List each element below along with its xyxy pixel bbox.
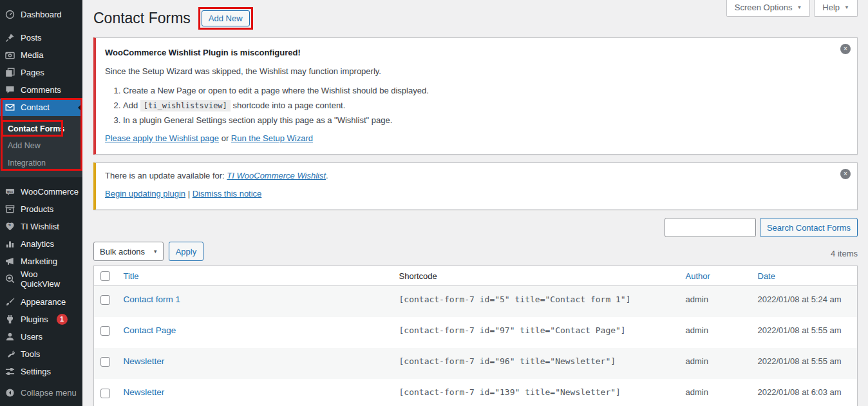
sidebar-item-label: Pages [21,68,44,77]
submenu-item-add-new[interactable]: Add New [0,137,82,154]
submenu-item-integration[interactable]: Integration [0,155,82,171]
row-author: admin [679,348,751,379]
sidebar-item-products[interactable]: Products [0,200,82,218]
sidebar-item-label: Woo QuickView [21,269,77,289]
search-input[interactable] [665,218,756,237]
sidebar-item-contact[interactable]: Contact [0,99,82,116]
table-row: Contact form 1 [contact-form-7 id="5" ti… [94,286,858,318]
woocommerce-icon: Woo [5,187,15,197]
main-content: Screen Options ▼ Help ▼ Contact Forms Ad… [82,0,868,406]
sidebar-item-label: Tools [21,349,40,359]
sidebar-item-label: Plugins [21,314,48,324]
contact-forms-table: Title Shortcode Author Date Contact form… [93,266,858,406]
plug-icon [5,314,15,324]
row-shortcode: [contact-form-7 id="97" title="Contact P… [393,317,679,348]
row-checkbox[interactable] [100,389,110,398]
notice-step: Add [ti_wishlistsview] shortcode into a … [123,101,829,110]
row-author: admin [679,286,751,318]
select-all-checkbox[interactable] [100,271,110,281]
sidebar-item-woocommerce[interactable]: Woo WooCommerce [0,183,82,200]
row-date: 2022/01/08 at 5:55 am [751,348,858,379]
sidebar-item-posts[interactable]: Posts [0,29,82,46]
collapse-arrow-icon [5,388,15,398]
column-header-title[interactable]: Title [117,266,393,286]
heart-icon: TI [5,222,15,231]
plugin-update-notice: There is an update available for: TI Woo… [93,162,858,211]
envelope-icon [5,102,15,112]
svg-text:TI: TI [8,224,11,227]
chevron-down-icon: ▼ [797,5,802,10]
sidebar-item-label: TI Wishlist [21,222,59,231]
sidebar-item-ti-wishlist[interactable]: TI TI Wishlist [0,218,82,235]
bulk-actions-select[interactable]: Bulk actions ▾ [93,242,164,261]
ti-woocommerce-wishlist-link[interactable]: TI WooCommerce Wishlist [227,171,326,180]
screen-options-label: Screen Options [735,3,793,12]
sliders-icon [5,367,15,376]
apply-button[interactable]: Apply [169,242,204,261]
sidebar-item-pages[interactable]: Pages [0,64,82,81]
step-text: Add [123,101,138,110]
begin-updating-plugin-link[interactable]: Begin updating plugin [105,189,185,198]
row-author: admin [679,379,751,406]
archive-box-icon [5,204,15,214]
collapse-menu-button[interactable]: Collapse menu [0,384,82,401]
column-header-author[interactable]: Author [679,266,751,286]
sidebar-item-analytics[interactable]: Analytics [0,235,82,253]
pages-icon [5,68,15,77]
dismiss-notice-icon[interactable]: × [840,169,851,179]
dismiss-this-notice-link[interactable]: Dismiss this notice [193,189,262,198]
search-contact-forms-button[interactable]: Search Contact Forms [760,218,858,237]
sidebar-item-users[interactable]: Users [0,328,82,345]
row-title-link[interactable]: Contact Page [124,325,176,335]
sidebar-item-appearance[interactable]: Appearance [0,293,82,311]
wishlist-misconfigured-notice: WooCommerce Wishlist Plugin is misconfig… [93,37,858,155]
paintbrush-icon [5,297,15,307]
row-checkbox[interactable] [100,357,110,367]
chevron-down-icon: ▾ [154,248,157,255]
help-button[interactable]: Help ▼ [814,0,858,17]
sidebar-item-label: Appearance [21,297,66,307]
sidebar-item-plugins[interactable]: Plugins 1 [0,311,82,328]
column-header-date[interactable]: Date [751,266,858,286]
sidebar-item-label: WooCommerce [21,187,79,197]
notice-step: In a plugin General Settings section app… [123,115,829,125]
run-setup-wizard-link[interactable]: Run the Setup Wizard [231,133,313,143]
help-label: Help [822,3,840,12]
sidebar-item-settings[interactable]: Settings [0,363,82,380]
apply-wishlist-page-link[interactable]: Please apply the Wishlist page [105,133,219,143]
screen-options-button[interactable]: Screen Options ▼ [726,0,811,17]
row-checkbox[interactable] [100,326,110,336]
row-checkbox[interactable] [100,295,110,305]
sidebar-item-label: Dashboard [21,10,62,19]
tablenav-top: Bulk actions ▾ Apply 4 items [93,242,858,261]
comment-bubble-icon [5,85,15,95]
bulk-actions-label: Bulk actions [100,247,145,256]
row-title-link[interactable]: Newsletter [124,387,165,397]
row-title-link[interactable]: Contact form 1 [124,295,181,304]
notice-steps: Create a New Page or open to edit a page… [110,86,829,125]
sidebar-item-woo-quickview[interactable]: Woo QuickView [0,270,82,287]
submenu-item-contact-forms[interactable]: Contact Forms [0,121,82,137]
sidebar-item-label: Posts [21,33,42,43]
row-title-link[interactable]: Newsletter [124,356,165,366]
sidebar-item-media[interactable]: Media [0,46,82,64]
table-row: Newsletter [contact-form-7 id="139" titl… [94,379,858,406]
megaphone-icon [5,256,15,266]
row-shortcode: [contact-form-7 id="5" title="Contact fo… [393,286,679,318]
dashboard-icon [5,10,15,19]
row-author: admin [679,317,751,348]
row-shortcode: [contact-form-7 id="139" title="Newslett… [393,379,679,406]
search-box-row: Search Contact Forms [93,218,858,237]
dismiss-notice-icon[interactable]: × [840,44,851,54]
sidebar-item-comments[interactable]: Comments [0,81,82,99]
shortcode-snippet: [ti_wishlistsview] [140,100,231,111]
pushpin-icon [5,33,15,43]
sidebar-item-marketing[interactable]: Marketing [0,253,82,270]
annotation-add-new-box: Add New [198,7,253,30]
sidebar-item-dashboard[interactable]: Dashboard [0,6,82,23]
row-date: 2022/01/08 at 5:55 am [751,317,858,348]
sidebar-item-tools[interactable]: Tools [0,345,82,363]
sidebar-item-label: Products [21,204,53,214]
add-new-button[interactable]: Add New [202,10,250,26]
table-row: Newsletter [contact-form-7 id="96" title… [94,348,858,379]
